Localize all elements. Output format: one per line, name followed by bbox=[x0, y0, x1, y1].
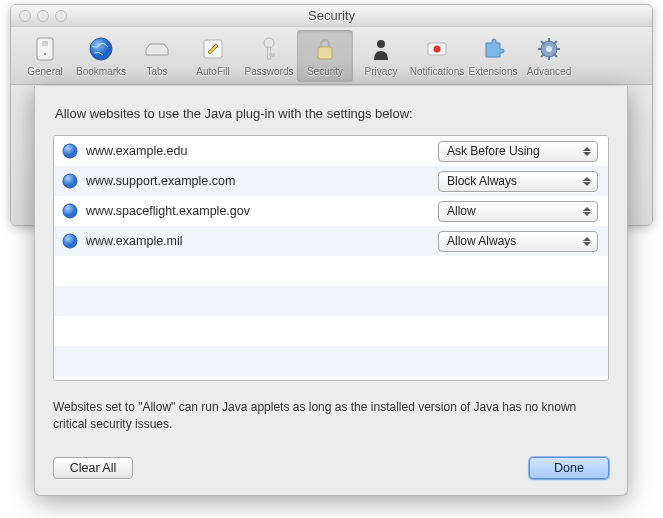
empty-row bbox=[54, 256, 608, 286]
website-label: www.example.mil bbox=[86, 234, 430, 248]
svg-rect-1 bbox=[42, 41, 48, 46]
toolbar-item-notifications[interactable]: Notifications bbox=[409, 30, 465, 82]
switch-icon bbox=[31, 35, 59, 63]
globe-icon bbox=[62, 233, 78, 249]
toolbar-item-advanced[interactable]: Advanced bbox=[521, 30, 577, 82]
setting-value: Block Always bbox=[447, 174, 517, 188]
key-icon bbox=[255, 35, 283, 63]
toolbar-label: AutoFill bbox=[196, 66, 229, 77]
empty-row bbox=[54, 376, 608, 381]
window-title: Security bbox=[11, 8, 652, 23]
globe-icon bbox=[62, 173, 78, 189]
toolbar-item-autofill[interactable]: AutoFill bbox=[185, 30, 241, 82]
setting-select[interactable]: Block Always bbox=[438, 171, 598, 192]
svg-point-9 bbox=[377, 40, 385, 48]
setting-select[interactable]: Allow bbox=[438, 201, 598, 222]
toolbar-label: Security bbox=[307, 66, 343, 77]
stepper-icon bbox=[580, 174, 594, 189]
svg-line-21 bbox=[541, 54, 544, 57]
svg-point-23 bbox=[63, 174, 77, 188]
svg-point-2 bbox=[44, 52, 46, 54]
toolbar-label: Bookmarks bbox=[76, 66, 126, 77]
footer-note: Websites set to "Allow" can run Java app… bbox=[53, 399, 609, 434]
done-button[interactable]: Done bbox=[529, 457, 609, 479]
toolbar-item-tabs[interactable]: Tabs bbox=[129, 30, 185, 82]
svg-point-24 bbox=[63, 204, 77, 218]
record-icon bbox=[423, 35, 451, 63]
svg-point-25 bbox=[63, 234, 77, 248]
toolbar-label: Notifications bbox=[410, 66, 464, 77]
globe-icon bbox=[87, 35, 115, 63]
stepper-icon bbox=[580, 234, 594, 249]
setting-select[interactable]: Allow Always bbox=[438, 231, 598, 252]
puzzle-icon bbox=[479, 35, 507, 63]
toolbar-label: Privacy bbox=[365, 66, 398, 77]
toolbar-label: General bbox=[27, 66, 63, 77]
stepper-icon bbox=[580, 204, 594, 219]
globe-icon bbox=[62, 143, 78, 159]
empty-row bbox=[54, 286, 608, 316]
svg-line-20 bbox=[554, 41, 557, 44]
globe-icon bbox=[62, 203, 78, 219]
toolbar-item-bookmarks[interactable]: Bookmarks bbox=[73, 30, 129, 82]
svg-line-18 bbox=[541, 41, 544, 44]
website-label: www.support.example.com bbox=[86, 174, 430, 188]
setting-value: Allow Always bbox=[447, 234, 516, 248]
website-list: www.example.edu Ask Before Using www.sup… bbox=[53, 135, 609, 381]
website-row[interactable]: www.spaceflight.example.gov Allow bbox=[54, 196, 608, 226]
toolbar-item-privacy[interactable]: Privacy bbox=[353, 30, 409, 82]
person-icon bbox=[367, 35, 395, 63]
empty-row bbox=[54, 316, 608, 346]
svg-rect-8 bbox=[318, 47, 332, 59]
toolbar-item-extensions[interactable]: Extensions bbox=[465, 30, 521, 82]
svg-point-3 bbox=[90, 38, 112, 60]
svg-point-13 bbox=[546, 46, 552, 52]
website-row[interactable]: www.example.edu Ask Before Using bbox=[54, 136, 608, 166]
toolbar-label: Passwords bbox=[245, 66, 294, 77]
toolbar-label: Advanced bbox=[527, 66, 571, 77]
toolbar-item-general[interactable]: General bbox=[17, 30, 73, 82]
pencil-icon bbox=[199, 35, 227, 63]
website-row[interactable]: www.support.example.com Block Always bbox=[54, 166, 608, 196]
website-row[interactable]: www.example.mil Allow Always bbox=[54, 226, 608, 256]
tab-icon bbox=[143, 35, 171, 63]
website-label: www.example.edu bbox=[86, 144, 430, 158]
setting-value: Ask Before Using bbox=[447, 144, 540, 158]
setting-select[interactable]: Ask Before Using bbox=[438, 141, 598, 162]
svg-point-11 bbox=[434, 45, 441, 52]
svg-rect-6 bbox=[268, 47, 271, 59]
stepper-icon bbox=[580, 144, 594, 159]
lock-icon bbox=[311, 35, 339, 63]
button-row: Clear All Done bbox=[53, 443, 609, 479]
website-label: www.spaceflight.example.gov bbox=[86, 204, 430, 218]
toolbar-label: Tabs bbox=[146, 66, 167, 77]
java-plugin-sheet: Allow websites to use the Java plug-in w… bbox=[34, 86, 628, 496]
toolbar: General Bookmarks Tabs AutoFill Password… bbox=[11, 27, 652, 85]
gear-icon bbox=[535, 35, 563, 63]
toolbar-item-security[interactable]: Security bbox=[297, 30, 353, 82]
toolbar-item-passwords[interactable]: Passwords bbox=[241, 30, 297, 82]
svg-line-19 bbox=[554, 54, 557, 57]
svg-point-22 bbox=[63, 144, 77, 158]
sheet-heading: Allow websites to use the Java plug-in w… bbox=[55, 106, 609, 121]
empty-row bbox=[54, 346, 608, 376]
svg-rect-7 bbox=[270, 54, 274, 56]
clear-all-button[interactable]: Clear All bbox=[53, 457, 133, 479]
titlebar: Security bbox=[11, 5, 652, 27]
setting-value: Allow bbox=[447, 204, 476, 218]
toolbar-label: Extensions bbox=[469, 66, 518, 77]
